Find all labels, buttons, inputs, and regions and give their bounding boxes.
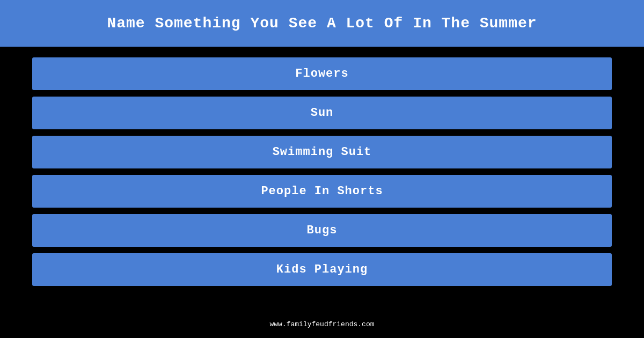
answer-row-3: Swimming Suit — [32, 136, 612, 168]
answer-row-5: Bugs — [32, 214, 612, 247]
answer-text-5: Bugs — [307, 224, 338, 237]
answer-row-2: Sun — [32, 97, 612, 129]
answer-row-1: Flowers — [32, 57, 612, 90]
answer-row-4: People In Shorts — [32, 175, 612, 208]
footer-url: www.familyfeudfriends.com — [269, 320, 374, 328]
question-header: Name Something You See A Lot Of In The S… — [0, 0, 644, 47]
answer-row-6: Kids Playing — [32, 253, 612, 286]
footer: www.familyfeudfriends.com — [0, 313, 644, 335]
answers-container: Flowers Sun Swimming Suit People In Shor… — [0, 47, 644, 291]
answer-text-2: Sun — [311, 106, 334, 120]
answer-text-3: Swimming Suit — [273, 145, 372, 159]
question-title: Name Something You See A Lot Of In The S… — [107, 15, 537, 32]
answer-text-4: People In Shorts — [261, 185, 383, 198]
answer-text-6: Kids Playing — [276, 263, 368, 276]
answer-text-1: Flowers — [295, 67, 348, 80]
